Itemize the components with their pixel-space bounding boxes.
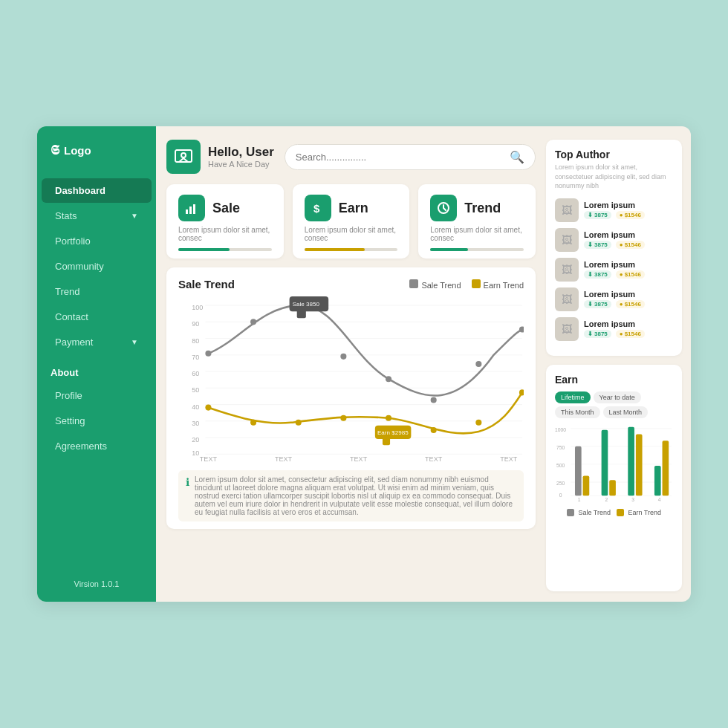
author-name: Lorem ipsum <box>584 260 673 269</box>
author-item: 🖼 Lorem ipsum ⬇ 3875 ● $1546 <box>555 317 673 341</box>
svg-text:20: 20 <box>192 436 199 443</box>
sidebar-logo: 𝕾 Logo <box>37 126 156 172</box>
svg-point-30 <box>340 354 346 360</box>
svg-text:TEXT: TEXT <box>200 455 218 461</box>
svg-rect-4 <box>193 204 195 214</box>
sidebar-version: Virsion 1.0.1 <box>37 566 156 602</box>
author-stats: ⬇ 3875 ● $1546 <box>584 330 673 338</box>
author-thumb: 🖼 <box>555 198 579 222</box>
sidebar-item-portfolio[interactable]: Portfolio <box>42 229 152 253</box>
svg-text:TEXT: TEXT <box>425 455 443 461</box>
svg-rect-69 <box>636 434 643 495</box>
svg-point-41 <box>475 420 481 426</box>
svg-text:250: 250 <box>556 481 565 486</box>
svg-text:0: 0 <box>559 493 562 498</box>
svg-text:100: 100 <box>192 304 203 311</box>
sidebar-item-dashboard[interactable]: Dashboard <box>42 178 152 203</box>
svg-text:1: 1 <box>578 497 581 502</box>
search-input[interactable] <box>296 152 510 163</box>
trend-title: Trend <box>464 201 501 216</box>
svg-point-28 <box>250 319 256 325</box>
search-icon: 🔍 <box>510 150 524 164</box>
chart-header: Sale Trend Sale Trend Earn Trend <box>178 278 524 290</box>
chart-svg-wrap: 100 90 80 70 60 50 40 30 20 10 <box>178 296 524 464</box>
author-info: Lorem ipsum ⬇ 3875 ● $1546 <box>584 201 673 219</box>
logo-icon: 𝕾 <box>51 143 59 158</box>
sidebar-item-agreements[interactable]: Agreements <box>42 434 152 458</box>
sidebar-item-trend[interactable]: Trend <box>42 279 152 304</box>
earn-badge: ● $1546 <box>616 300 645 308</box>
chart-area: Sale Trend Sale Trend Earn Trend 100 90 … <box>166 267 536 529</box>
main-chart-svg: 100 90 80 70 60 50 40 30 20 10 <box>178 296 524 461</box>
svg-point-38 <box>340 415 346 421</box>
tab-last-month[interactable]: Last Month <box>603 406 649 418</box>
sidebar-item-community[interactable]: Community <box>42 254 152 279</box>
earn-legend-earn: Earn Trend <box>617 509 661 517</box>
header: Hello, User Have A Nice Day 🔍 <box>166 140 536 174</box>
author-stats: ⬇ 3875 ● $1546 <box>584 300 673 308</box>
sidebar-item-stats[interactable]: Stats ▼ <box>42 204 152 228</box>
tab-year-to-date[interactable]: Year to date <box>594 391 641 403</box>
author-name: Lorem ipsum <box>584 201 673 209</box>
author-item: 🖼 Lorem ipsum ⬇ 3875 ● $1546 <box>555 228 673 252</box>
svg-text:30: 30 <box>192 420 199 427</box>
svg-point-32 <box>431 397 437 403</box>
earn-badge: ● $1546 <box>616 330 645 338</box>
main-content: Hello, User Have A Nice Day 🔍 Sale Lorem… <box>156 126 546 602</box>
author-stats: ⬇ 3875 ● $1546 <box>584 270 673 279</box>
earn-badge: ● $1546 <box>616 211 645 219</box>
author-item: 🖼 Lorem ipsum ⬇ 3875 ● $1546 <box>555 258 673 282</box>
greeting-text: Hello, User <box>208 145 274 160</box>
sidebar-item-profile[interactable]: Profile <box>42 383 152 408</box>
svg-text:40: 40 <box>192 403 199 411</box>
earn-tabs: Lifetime Year to date This Month Last Mo… <box>555 391 673 418</box>
sale-badge: ⬇ 3875 <box>584 300 611 308</box>
right-panel: Top Author Lorem ipsum dolor sit amet, c… <box>546 126 691 602</box>
svg-text:80: 80 <box>192 337 199 345</box>
top-author-desc: Lorem ipsum dolor sit amet, consectetuer… <box>555 163 673 191</box>
author-stats: ⬇ 3875 ● $1546 <box>584 241 673 249</box>
earn-card: Earn Lifetime Year to date This Month La… <box>546 365 682 591</box>
earn-badge: ● $1546 <box>616 270 645 279</box>
search-bar[interactable]: 🔍 <box>285 144 536 170</box>
svg-text:TEXT: TEXT <box>350 455 368 461</box>
svg-rect-2 <box>186 209 188 214</box>
svg-text:3: 3 <box>631 497 634 502</box>
sidebar-item-setting[interactable]: Setting <box>42 409 152 433</box>
sale-badge: ⬇ 3875 <box>584 330 611 338</box>
sale-badge: ⬇ 3875 <box>584 241 611 249</box>
sidebar-item-contact[interactable]: Contact <box>42 305 152 329</box>
info-icon: ℹ <box>186 476 189 488</box>
header-greeting: Hello, User Have A Nice Day <box>208 145 274 169</box>
svg-point-39 <box>386 415 391 421</box>
sale-badge: ⬇ 3875 <box>584 211 611 219</box>
svg-text:Earn $2985: Earn $2985 <box>377 429 409 436</box>
legend-earn: Earn Trend <box>472 279 524 290</box>
header-user: Hello, User Have A Nice Day <box>166 140 274 174</box>
earn-desc: Lorem ipsum dolor sit amet, consec <box>305 226 398 242</box>
author-thumb: 🖼 <box>555 317 579 341</box>
svg-text:TEXT: TEXT <box>275 455 293 461</box>
svg-rect-66 <box>602 429 608 495</box>
tab-lifetime[interactable]: Lifetime <box>555 391 591 403</box>
sidebar-item-payment[interactable]: Payment ▼ <box>42 330 152 354</box>
svg-text:2: 2 <box>605 497 608 502</box>
svg-rect-71 <box>663 441 669 495</box>
sale-desc: Lorem ipsum dolor sit amet, consec <box>178 226 272 242</box>
svg-rect-70 <box>654 466 661 495</box>
earn-legend: Sale Trend Earn Trend <box>555 509 673 517</box>
earn-bar-fill <box>305 248 365 251</box>
earn-chart-wrap: 1000 750 500 250 0 <box>555 424 673 506</box>
tab-this-month[interactable]: This Month <box>555 406 600 418</box>
trend-bar <box>430 248 524 251</box>
svg-text:TEXT: TEXT <box>500 455 518 461</box>
author-thumb: 🖼 <box>555 228 579 252</box>
author-info: Lorem ipsum ⬇ 3875 ● $1546 <box>584 319 673 338</box>
author-thumb: 🖼 <box>555 258 579 282</box>
svg-rect-48 <box>383 438 390 445</box>
svg-rect-68 <box>628 427 634 496</box>
svg-point-35 <box>205 405 211 411</box>
sale-bar <box>178 248 272 251</box>
author-name: Lorem ipsum <box>584 319 673 328</box>
svg-text:$: $ <box>313 202 320 215</box>
